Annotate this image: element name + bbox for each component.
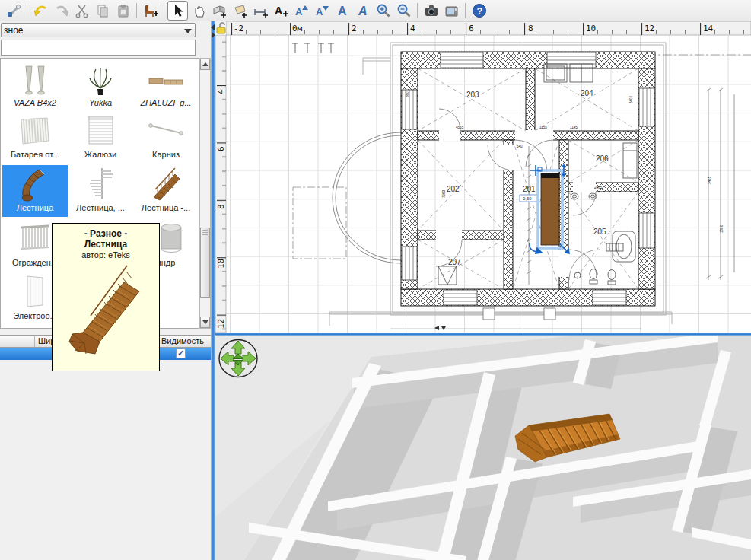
catalog-item-zhaluzi[interactable]: Жалюзи [68,112,133,164]
category-combobox[interactable]: зное [1,23,196,37]
paste-button[interactable] [113,1,133,21]
catalog-item-lestnitsa-selected[interactable]: Лестница [2,165,68,217]
svg-text:10: 10 [586,24,596,33]
svg-text:2: 2 [352,24,357,33]
catalog-item-tooltip: - Разное - Лестница автор: eTeks [52,223,160,371]
add-text-button[interactable]: A [270,1,291,21]
catalog-item-label: Жалюзи [68,150,133,159]
cut-button[interactable] [72,1,92,21]
pan-button[interactable] [188,1,208,21]
undo-icon [33,2,49,19]
plant-icon [68,60,133,98]
tooltip-category: - Разное - [53,228,159,239]
copy-icon [94,2,111,19]
create-rooms-button[interactable] [229,1,250,21]
catalog-item-karniz[interactable]: Карниз [133,112,199,164]
toolbar-separator [417,3,418,18]
help-button[interactable]: ? [469,1,489,21]
create-dimensions-icon [252,2,269,19]
scroll-down-button[interactable] [200,317,210,328]
tooltip-staircase-image [60,261,151,361]
catalog-item-label: VAZA B4x2 [2,98,68,107]
create-video-button[interactable] [441,1,462,21]
main-toolbar: A A A A A ? [0,0,751,21]
catalog-scrollbar[interactable] [199,58,211,329]
scroll-up-button[interactable] [200,59,210,70]
catalog-item-label: Лестница, ... [68,203,133,212]
radiator-icon [2,112,68,150]
svg-text:1145: 1145 [570,126,578,129]
italic-icon: A [355,2,371,19]
tooltip-author: автор: eTeks [53,250,159,259]
create-photo-button[interactable] [421,1,441,21]
undo-button[interactable] [30,1,51,21]
svg-text:1155: 1155 [539,126,547,129]
svg-text:7963: 7963 [442,189,446,198]
svg-text:A: A [358,5,368,18]
column-header-visibility[interactable]: Видимость [158,336,205,347]
video-icon [444,2,460,19]
increase-text-size-button[interactable]: A [291,1,311,21]
svg-text:14: 14 [703,24,714,33]
visibility-checkbox[interactable]: ✓ [176,348,186,358]
svg-text:10: 10 [216,259,226,269]
svg-text:8: 8 [528,24,533,33]
ruler-left-ticks [215,35,226,332]
redo-button[interactable] [51,1,72,21]
toolbar-separator [465,3,466,18]
venetian-blind-icon [68,112,133,150]
copy-button[interactable] [92,1,113,21]
bold-button[interactable]: A [332,1,352,21]
column-header-name[interactable] [0,336,35,347]
scissors-icon [74,2,91,19]
svg-text:3400: 3400 [629,95,633,103]
svg-text:4: 4 [216,89,226,94]
create-walls-button[interactable] [208,1,229,21]
straight-staircase-icon [133,165,199,203]
create-walls-icon [211,2,228,19]
scrollbar-thumb[interactable] [200,228,210,298]
increase-text-size-icon: A [293,2,310,19]
decrease-text-size-button[interactable]: A [311,1,332,21]
add-text-icon: A [272,2,289,19]
add-furniture-icon [142,2,159,19]
catalog-item-lestnitsa-spiral[interactable]: Лестница, ... [68,165,133,217]
svg-text:A: A [316,6,323,18]
svg-text:1800: 1800 [720,224,724,233]
catalog-item-vaza[interactable]: VAZA B4x2 [2,60,68,112]
collapse-left-arrow[interactable] [211,24,215,30]
italic-button[interactable]: A [352,1,373,21]
zoom-out-button[interactable] [393,1,414,21]
room-label-202: 202 [447,185,460,193]
catalog-item-radiator[interactable]: Батарея от... [2,112,68,164]
terrace-post [544,308,555,320]
sweet-home-3d-window: A A A A A ? зное VAZA B4x2 Yukka [0,0,751,560]
redo-icon [53,2,70,19]
paste-icon [115,2,132,19]
svg-text:540: 540 [517,145,523,148]
zoom-in-button[interactable] [373,1,393,21]
camera-icon [423,2,440,19]
room-label-201: 201 [523,185,536,193]
preferences-button[interactable] [3,1,24,21]
terrace-post [483,308,495,320]
hand-icon [190,2,207,19]
view-3d[interactable] [215,336,751,560]
plan-view[interactable]: 360 3400 4565 1155 1145 540 7963 2465 18… [215,21,751,332]
staircase-icon [2,165,68,203]
create-dimensions-button[interactable] [250,1,270,21]
triangle-down-icon [202,320,208,324]
select-button[interactable] [167,1,188,21]
svg-text:A: A [275,5,282,17]
curtain-rod-icon [133,112,199,150]
catalog-item-lestnitsa-straight[interactable]: Лестница -... [133,165,199,217]
select-arrow-icon [170,2,186,19]
catalog-item-yukka[interactable]: Yukka [68,60,133,112]
room-label-204: 204 [581,89,593,97]
plan-grid [226,35,751,332]
zoom-in-icon [375,2,392,19]
svg-text:0м: 0м [292,24,303,33]
add-furniture-button[interactable] [140,1,161,21]
search-input[interactable] [1,40,196,56]
catalog-item-zhaluzi-g[interactable]: ZHALUZI_g... [133,60,199,112]
